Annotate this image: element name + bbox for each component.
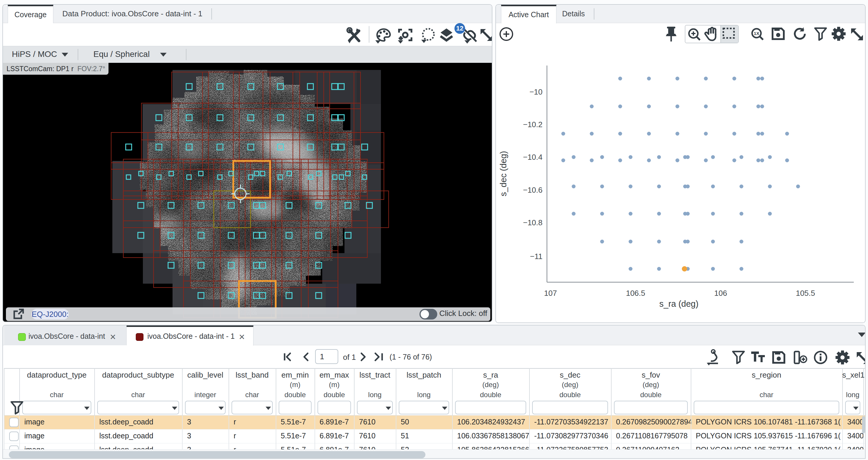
svg-text:−11: −11 xyxy=(530,252,542,261)
svg-text:106.5: 106.5 xyxy=(626,289,645,298)
svg-text:s_dec (deg): s_dec (deg) xyxy=(499,151,508,196)
svg-text:−10.6: −10.6 xyxy=(523,186,542,194)
svg-text:106: 106 xyxy=(714,289,727,298)
svg-text:−10.8: −10.8 xyxy=(523,218,542,227)
svg-text:105.5: 105.5 xyxy=(796,289,815,298)
svg-text:−10: −10 xyxy=(529,87,542,96)
svg-text:1X: 1X xyxy=(754,31,759,36)
svg-text:s_ra (deg): s_ra (deg) xyxy=(659,299,699,309)
svg-text:−10.2: −10.2 xyxy=(523,120,542,129)
svg-text:107: 107 xyxy=(544,289,557,298)
svg-text:−10.4: −10.4 xyxy=(523,153,542,161)
